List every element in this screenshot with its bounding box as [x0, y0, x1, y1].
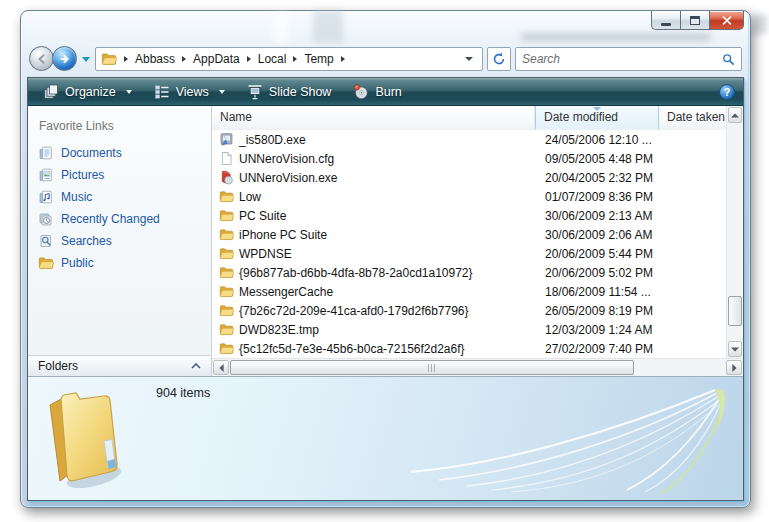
- column-header-label: Name: [220, 110, 252, 124]
- help-button[interactable]: ?: [719, 84, 735, 100]
- scroll-down-button[interactable]: [728, 341, 742, 357]
- slideshow-icon: [247, 84, 263, 100]
- back-button[interactable]: [29, 46, 54, 71]
- folder-icon: [219, 322, 234, 337]
- dropdown-caret-icon[interactable]: [219, 90, 225, 94]
- recently-changed-icon: [38, 211, 54, 227]
- refresh-icon: [492, 52, 506, 66]
- maximize-button[interactable]: [680, 11, 709, 30]
- file-date-modified: 12/03/2009 1:24 AM: [535, 323, 659, 337]
- explorer-window: AbbassAppDataLocalTemp OrganizeViewsSlid…: [20, 10, 751, 508]
- file-row[interactable]: PC Suite30/06/2009 2:13 AM: [212, 206, 726, 225]
- file-row[interactable]: {5c12fc5d-7e3e-45b6-b0ca-72156f2d2a6f}27…: [212, 339, 726, 358]
- favorite-links-list: DocumentsPicturesMusicRecently ChangedSe…: [28, 142, 211, 274]
- scroll-right-button[interactable]: [726, 360, 742, 375]
- folder-icon: [219, 284, 234, 299]
- sidebar-item-label: Pictures: [61, 168, 104, 182]
- command-toolbar: OrganizeViewsSlide ShowBurn ?: [28, 78, 743, 106]
- sidebar-item-recently-changed[interactable]: Recently Changed: [28, 208, 211, 230]
- file-name: {7b26c72d-209e-41ca-afd0-179d2f6b7796}: [239, 304, 535, 318]
- file-row[interactable]: MessengerCache18/06/2009 11:54 ...: [212, 282, 726, 301]
- horizontal-scrollbar[interactable]: [212, 358, 743, 376]
- column-header-modified[interactable]: Date modified: [535, 106, 659, 130]
- sidebar-item-music[interactable]: Music: [28, 186, 211, 208]
- public-folder-icon: [38, 255, 54, 271]
- details-folder-icon: [34, 379, 126, 499]
- folder-icon: [219, 208, 234, 223]
- breadcrumb-segment-local[interactable]: Local: [258, 52, 287, 66]
- toolbar-button-views[interactable]: Views: [145, 81, 234, 103]
- search-input[interactable]: [522, 52, 722, 66]
- folder-icon: [219, 303, 234, 318]
- breadcrumb-separator-icon[interactable]: [182, 56, 186, 62]
- sidebar-item-public[interactable]: Public: [28, 252, 211, 274]
- column-header-label: Date modified: [544, 110, 618, 124]
- title-bar[interactable]: [21, 11, 750, 43]
- main-area: Favorite Links DocumentsPicturesMusicRec…: [28, 106, 743, 376]
- breadcrumb-segment-appdata[interactable]: AppData: [193, 52, 240, 66]
- file-list: NameDate modifiedDate taken _is580D.exe2…: [212, 106, 743, 376]
- folder-icon: [219, 227, 234, 242]
- file-date-modified: 20/06/2009 5:02 PM: [535, 266, 659, 280]
- refresh-button[interactable]: [487, 47, 511, 71]
- toolbar-button-label: Views: [176, 85, 209, 99]
- breadcrumb-segment-abbass[interactable]: Abbass: [135, 52, 175, 66]
- column-header-name[interactable]: Name: [212, 106, 535, 130]
- dropdown-caret-icon[interactable]: [126, 90, 132, 94]
- close-button[interactable]: [709, 11, 744, 30]
- forward-button[interactable]: [52, 46, 77, 71]
- sidebar-item-label: Music: [61, 190, 92, 204]
- file-name: {96b877ab-d6bb-4dfa-8b78-2a0cd1a10972}: [239, 266, 535, 280]
- breadcrumb-separator-icon[interactable]: [341, 56, 345, 62]
- folder-icon: [219, 246, 234, 261]
- sidebar-item-documents[interactable]: Documents: [28, 142, 211, 164]
- scroll-up-button[interactable]: [728, 107, 742, 123]
- vertical-scroll-thumb[interactable]: [728, 296, 742, 326]
- file-row[interactable]: UNNeroVision.cfg09/05/2005 4:48 PM: [212, 149, 726, 168]
- file-date-modified: 09/05/2005 4:48 PM: [535, 152, 659, 166]
- file-row[interactable]: WPDNSE20/06/2009 5:44 PM: [212, 244, 726, 263]
- file-row[interactable]: _is580D.exe24/05/2006 12:10 ...: [212, 130, 726, 149]
- views-icon: [154, 84, 170, 100]
- scroll-left-button[interactable]: [213, 360, 229, 375]
- address-bar: AbbassAppDataLocalTemp: [27, 43, 744, 75]
- toolbar-button-organize[interactable]: Organize: [34, 81, 141, 103]
- recent-pages-dropdown-icon[interactable]: [82, 57, 90, 62]
- decorative-swoosh: [409, 386, 739, 496]
- breadcrumb-separator-icon[interactable]: [247, 56, 251, 62]
- file-row[interactable]: Low01/07/2009 8:36 PM: [212, 187, 726, 206]
- toolbar-button-burn[interactable]: Burn: [344, 81, 410, 103]
- minimize-button[interactable]: [651, 11, 680, 30]
- triangle-right-icon: [732, 364, 737, 372]
- triangle-up-icon: [731, 113, 739, 118]
- breadcrumb-segment-temp[interactable]: Temp: [304, 52, 333, 66]
- desktop-background: AbbassAppDataLocalTemp OrganizeViewsSlid…: [0, 0, 769, 522]
- address-dropdown-icon[interactable]: [465, 57, 473, 61]
- folders-bar[interactable]: Folders: [28, 355, 211, 376]
- triangle-left-icon: [219, 364, 224, 372]
- chevron-up-icon[interactable]: [191, 363, 201, 369]
- sidebar-item-pictures[interactable]: Pictures: [28, 164, 211, 186]
- file-row[interactable]: {7b26c72d-209e-41ca-afd0-179d2f6b7796}26…: [212, 301, 726, 320]
- organize-icon: [43, 84, 59, 100]
- toolbar-button-slide-show[interactable]: Slide Show: [238, 81, 341, 103]
- file-name: UNNeroVision.exe: [239, 171, 535, 185]
- file-date-modified: 24/05/2006 12:10 ...: [535, 133, 659, 147]
- vertical-scrollbar[interactable]: [726, 106, 743, 358]
- file-row[interactable]: {96b877ab-d6bb-4dfa-8b78-2a0cd1a10972}20…: [212, 263, 726, 282]
- breadcrumb-separator-icon[interactable]: [293, 56, 297, 62]
- nero-icon: [219, 170, 234, 185]
- sidebar-item-label: Recently Changed: [61, 212, 160, 226]
- search-box: [515, 47, 742, 71]
- file-row[interactable]: iPhone PC Suite30/06/2009 2:06 AM: [212, 225, 726, 244]
- column-header-taken[interactable]: Date taken: [659, 106, 730, 130]
- breadcrumb-separator-icon[interactable]: [124, 56, 128, 62]
- glass-reflection: [273, 13, 289, 43]
- toolbar-button-label: Organize: [65, 85, 116, 99]
- sidebar-item-searches[interactable]: Searches: [28, 230, 211, 252]
- file-name: MessengerCache: [239, 285, 535, 299]
- breadcrumb[interactable]: AbbassAppDataLocalTemp: [95, 47, 483, 71]
- file-row[interactable]: DWD823E.tmp12/03/2009 1:24 AM: [212, 320, 726, 339]
- horizontal-scroll-thumb[interactable]: [230, 360, 634, 375]
- file-row[interactable]: UNNeroVision.exe20/04/2005 2:32 PM: [212, 168, 726, 187]
